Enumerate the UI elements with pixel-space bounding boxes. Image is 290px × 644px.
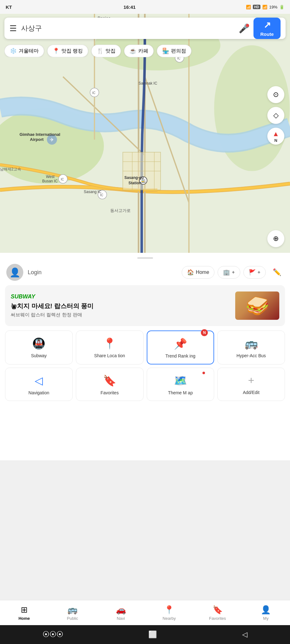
public-nav-icon: 🚌 xyxy=(67,605,77,615)
nav-home[interactable]: ⊞ Home xyxy=(0,600,48,625)
feature-share-location[interactable]: 📍 Share Loca tion xyxy=(76,330,144,364)
ad-banner[interactable]: SUBWAY 놓치지 마세요! 랍스터의 풍미 써브웨이 랍스터 컬렉션 한정 … xyxy=(5,285,285,326)
sheet-handle[interactable] xyxy=(0,253,290,261)
feature-favorites[interactable]: 🔖 Favorites xyxy=(76,368,144,401)
chip-cafe[interactable]: ☕ 카페 xyxy=(124,45,154,57)
ad-image: 🥪 xyxy=(235,291,279,320)
feature-add-edit[interactable]: + Add/Edit xyxy=(217,368,285,401)
subway-logo: SUBWAY xyxy=(11,293,94,300)
svg-text:Sasang-gu: Sasang-gu xyxy=(124,175,144,180)
chip-convenience[interactable]: 🏪 편의점 xyxy=(157,45,191,57)
category-chips: ❄️ 겨울테마 📍 맛집 랭킹 🍴 맛집 ☕ 카페 🏪 편의점 xyxy=(4,45,286,57)
ad-subtitle: 써브웨이 랍스터 컬렉션 한정 판매 xyxy=(11,312,94,318)
svg-text:남해제2고속: 남해제2고속 xyxy=(0,167,21,171)
chip-winter-theme[interactable]: ❄️ 겨울테마 xyxy=(4,45,44,57)
android-menu-btn[interactable]: ⦿⦿⦿ xyxy=(33,627,73,642)
svg-text:IC: IC xyxy=(92,91,95,95)
navi-nav-label: Navi xyxy=(117,616,125,621)
edit-button[interactable]: ✏️ xyxy=(270,266,284,279)
svg-text:Busan IC: Busan IC xyxy=(42,179,58,183)
snowflake-icon: ❄️ xyxy=(10,47,17,54)
target-icon: ⊙ xyxy=(273,91,279,99)
store-icon: 🏪 xyxy=(162,47,169,54)
svg-text:Airport: Airport xyxy=(30,137,44,142)
svg-text:West: West xyxy=(46,175,55,179)
avatar[interactable]: 👤 xyxy=(6,264,23,281)
status-time: 16:41 xyxy=(123,4,135,10)
home-quick-btn[interactable]: 🏠 Home xyxy=(182,266,215,279)
favorites-nav-icon: 🔖 xyxy=(213,605,223,615)
public-nav-label: Public xyxy=(67,616,78,621)
chip-restaurant-ranking[interactable]: 📍 맛집 랭킹 xyxy=(47,45,88,57)
menu-button[interactable]: ☰ xyxy=(9,24,17,33)
fork-icon: 🍴 xyxy=(97,47,104,54)
feature-subway-label: Subway xyxy=(31,353,47,358)
feature-navigation[interactable]: ◁ Navigation xyxy=(5,368,73,401)
user-row: 👤 Login 🏠 Home 🏢 + 🚩 + ✏️ xyxy=(0,261,290,285)
android-home-btn[interactable]: ⬜ xyxy=(139,627,166,642)
ad-text: SUBWAY 놓치지 마세요! 랍스터의 풍미 써브웨이 랍스터 컬렉션 한정 … xyxy=(11,293,94,318)
battery-pct: 19% xyxy=(269,5,277,9)
trend-icon: 📌 xyxy=(174,337,187,350)
route-button[interactable]: ↗ Route xyxy=(253,18,281,39)
chip-winter-label: 겨울테마 xyxy=(19,48,39,54)
search-text[interactable]: 사상구 xyxy=(21,24,239,33)
nav-favorites[interactable]: 🔖 Favorites xyxy=(193,600,242,625)
nearby-nav-label: Nearby xyxy=(162,616,176,621)
compass-arrow-icon: ▲ xyxy=(272,130,279,138)
feature-theme-map-label: Theme M ap xyxy=(168,390,193,396)
compass-n-label: N xyxy=(274,138,277,143)
pencil-icon: ✏️ xyxy=(273,268,281,276)
location-target-button[interactable]: ⊙ xyxy=(267,86,284,103)
svg-text:Sasang IC: Sasang IC xyxy=(84,190,101,194)
chip-cafe-label: 카페 xyxy=(138,48,148,54)
work-icon: 🏢 xyxy=(223,269,230,276)
layers-button[interactable]: ◇ xyxy=(267,107,284,124)
flag-label: + xyxy=(258,269,260,275)
mic-button[interactable]: 🎤 xyxy=(239,23,250,34)
svg-text:Station: Station xyxy=(128,181,141,185)
favorites-icon: 🔖 xyxy=(103,374,116,387)
battery-icon: 🔋 xyxy=(279,5,284,9)
map-side-buttons: ⊙ ◇ ▲ N xyxy=(267,86,284,145)
status-bar: KT 16:41 📶 HD 📶 19% 🔋 xyxy=(0,0,290,14)
android-home-icon: ⬜ xyxy=(148,630,157,638)
feature-navigation-label: Navigation xyxy=(28,390,49,396)
update-dot xyxy=(202,372,205,374)
signal-icon: 📶 xyxy=(262,5,267,9)
android-nav-bar: ⦿⦿⦿ ⬜ ◁ xyxy=(0,625,290,644)
mic-active-dot xyxy=(246,24,249,27)
feature-hyper-bus[interactable]: 🚌 Hyper-Acc Bus xyxy=(217,330,285,364)
svg-text:Samnak IC: Samnak IC xyxy=(139,81,157,86)
android-back-btn[interactable]: ◁ xyxy=(233,627,257,642)
map-container[interactable]: ✈ IC IC IC IC 🚉 Gimhae International Air… xyxy=(0,14,290,253)
nav-navi[interactable]: 🚗 Navi xyxy=(97,600,145,625)
flag-quick-btn[interactable]: 🚩 + xyxy=(243,266,266,279)
feature-favorites-label: Favorites xyxy=(100,390,119,396)
chip-restaurant[interactable]: 🍴 맛집 xyxy=(91,45,121,57)
compass-button[interactable]: ▲ N xyxy=(267,128,284,145)
ad-title: 놓치지 마세요! 랍스터의 풍미 xyxy=(11,302,94,310)
status-right: 📶 HD 📶 19% 🔋 xyxy=(246,5,284,9)
nav-public[interactable]: 🚌 Public xyxy=(48,600,97,625)
flag-icon: 🚩 xyxy=(249,269,256,276)
home-label: Home xyxy=(196,269,209,275)
login-text[interactable]: Login xyxy=(28,269,42,276)
menu-icon: ☰ xyxy=(9,24,17,33)
navi-nav-icon: 🚗 xyxy=(116,605,126,615)
work-quick-btn[interactable]: 🏢 + xyxy=(218,266,240,279)
home-nav-label: Home xyxy=(19,616,30,621)
feature-subway[interactable]: 🚇 Subway xyxy=(5,330,73,364)
feature-trend-ranking[interactable]: N 📌 Trend Rank ing xyxy=(147,330,214,364)
feature-theme-map[interactable]: 🗺️ Theme M ap xyxy=(147,368,214,401)
android-back-icon: ◁ xyxy=(242,630,247,638)
nav-my[interactable]: 👤 My xyxy=(242,600,290,625)
theme-map-icon: 🗺️ xyxy=(174,374,187,387)
nav-nearby[interactable]: 📍 Nearby xyxy=(145,600,194,625)
feature-share-location-label: Share Loca tion xyxy=(94,353,125,358)
home-nav-icon: ⊞ xyxy=(21,605,28,615)
layers-icon: ◇ xyxy=(273,111,279,119)
locate-me-button[interactable]: ⊕ xyxy=(267,230,284,247)
my-nav-icon: 👤 xyxy=(261,605,271,615)
favorites-nav-label: Favorites xyxy=(209,616,226,621)
